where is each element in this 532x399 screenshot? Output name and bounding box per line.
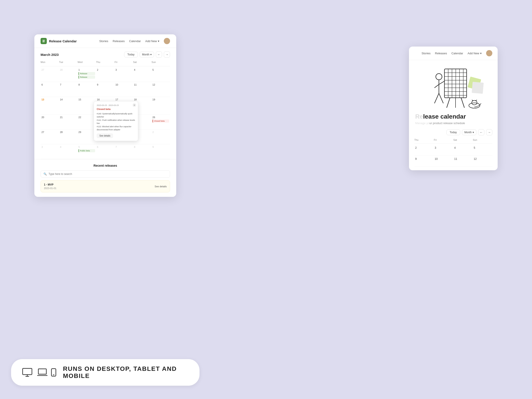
- cal-cell-27[interactable]: 27: [41, 129, 59, 144]
- cal-cell-7-apr[interactable]: 7: [115, 144, 133, 159]
- cal-cell-19[interactable]: 19: [152, 97, 170, 114]
- cal-cell-3[interactable]: 3: [115, 67, 133, 82]
- back-calendar-grid: Thu Fri Sat Sun 2 3 4 5 9 10 11 12: [409, 138, 498, 170]
- popup-date: 2023-03-23 · 2023-03-23: [97, 104, 135, 106]
- day-header-tue: Tue: [59, 60, 77, 64]
- cal-cell-13[interactable]: 13: [41, 97, 59, 114]
- nav-releases[interactable]: Releases: [113, 38, 125, 44]
- tagline-title: Release calendar: [415, 113, 491, 120]
- cal-cell-9[interactable]: 9: [96, 82, 114, 97]
- front-nav: Release Calendar Stories Releases Calend…: [34, 34, 176, 48]
- cal-cell-28-feb[interactable]: 28: [59, 67, 77, 82]
- svg-line-29: [434, 84, 439, 88]
- event-public-beta[interactable]: Public beta: [78, 149, 95, 152]
- see-details-button[interactable]: See details: [97, 133, 113, 138]
- search-box[interactable]: 🔍: [41, 171, 170, 177]
- cal-cell-16[interactable]: 16 ✕ 2023-03-23 · 2023-03-23 Closed beta…: [96, 97, 114, 114]
- cal-cell-6[interactable]: 6: [41, 82, 59, 97]
- cal-cell-26[interactable]: 26 Closed beta: [152, 115, 170, 129]
- event-release-1[interactable]: Release: [78, 72, 95, 75]
- cal-cell-12[interactable]: 12: [152, 82, 170, 97]
- banner-text: RUNS ON DESKTOP, TABLET AND MOBILE: [63, 365, 188, 380]
- back-day-thu: Thu: [414, 138, 434, 142]
- cal-cell-5[interactable]: 5: [152, 67, 170, 82]
- prev-month-button[interactable]: ←: [156, 51, 162, 58]
- event-closed-beta[interactable]: Closed beta: [152, 120, 169, 123]
- back-nav-calendar[interactable]: Calendar: [451, 51, 463, 56]
- laptop-icon: [37, 368, 47, 376]
- release-date: 2023-01-01: [44, 187, 56, 190]
- back-month-selector[interactable]: Month ▾: [462, 129, 476, 135]
- back-cell-10[interactable]: 10: [434, 156, 453, 166]
- cal-cell-22[interactable]: 22: [78, 115, 96, 129]
- calendar-controls: Today Month ▾ ← →: [124, 51, 170, 58]
- back-next-button[interactable]: →: [486, 129, 492, 135]
- release-see-details-link[interactable]: See details: [155, 185, 167, 188]
- back-day-headers: Thu Fri Sat Sun: [414, 138, 492, 144]
- tagline-area: Release calendar Manage your product rel…: [409, 109, 498, 127]
- back-prev-button[interactable]: ←: [478, 129, 484, 135]
- nav-add-new[interactable]: Add New ▾: [145, 39, 159, 43]
- cal-cell-20[interactable]: 20: [41, 115, 59, 129]
- cal-cell-28[interactable]: 28: [59, 129, 77, 144]
- cal-cell-6-apr[interactable]: 6: [96, 144, 114, 159]
- back-nav-avatar[interactable]: [486, 50, 492, 56]
- nav-calendar[interactable]: Calendar: [129, 38, 141, 44]
- cal-cell-4[interactable]: 4: [133, 67, 151, 82]
- popup-close-button[interactable]: ✕: [133, 103, 136, 107]
- svg-line-30: [434, 93, 439, 103]
- cal-cell-8-apr[interactable]: 8: [133, 144, 151, 159]
- nav-stories[interactable]: Stories: [99, 38, 108, 44]
- cal-cell-15[interactable]: 15: [78, 97, 96, 114]
- day-header-sat: Sat: [133, 60, 151, 64]
- back-cell-9[interactable]: 9: [414, 156, 434, 166]
- cal-cell-29[interactable]: 29: [78, 129, 96, 144]
- cal-cell-14[interactable]: 14: [59, 97, 77, 114]
- cal-cell-10[interactable]: 10: [115, 82, 133, 97]
- svg-rect-3: [43, 42, 44, 42]
- cal-cell-3-apr[interactable]: 3: [41, 144, 59, 159]
- back-cell-5[interactable]: 5: [473, 145, 492, 155]
- back-calendar-controls: Today Month ▾ ← →: [409, 127, 498, 138]
- svg-point-26: [436, 74, 442, 80]
- cal-cell-8[interactable]: 8: [78, 82, 96, 97]
- banner-icons: [22, 368, 56, 377]
- back-nav-stories[interactable]: Stories: [422, 51, 431, 56]
- cal-cell-2[interactable]: 2: [96, 67, 114, 82]
- back-cell-3[interactable]: 3: [434, 145, 453, 155]
- svg-point-32: [469, 103, 480, 108]
- day-header-mon: Mon: [41, 60, 59, 64]
- cal-cell-7[interactable]: 7: [59, 82, 77, 97]
- logo-icon: [41, 38, 47, 44]
- calendar-week-2: 6 7 8 9 10 11 12: [41, 82, 170, 97]
- cal-cell-5-apr[interactable]: 5 Public beta: [78, 144, 96, 159]
- back-nav-releases[interactable]: Releases: [435, 51, 447, 56]
- cal-cell-27-feb[interactable]: 27: [41, 67, 59, 82]
- front-window: Release Calendar Stories Releases Calend…: [34, 34, 176, 197]
- cal-cell-2-apr[interactable]: 2: [152, 129, 170, 144]
- svg-rect-36: [23, 368, 32, 375]
- back-today-button[interactable]: Today: [446, 129, 460, 135]
- svg-line-21: [447, 98, 450, 108]
- cal-cell-9-apr[interactable]: 9: [152, 144, 170, 159]
- cal-cell-1[interactable]: 1 Release Release: [78, 67, 96, 82]
- nav-avatar[interactable]: [164, 38, 170, 44]
- back-cell-11[interactable]: 11: [453, 156, 473, 166]
- month-selector[interactable]: Month ▾: [140, 52, 154, 57]
- cal-cell-21[interactable]: 21: [59, 115, 77, 129]
- cal-cell-11[interactable]: 11: [133, 82, 151, 97]
- event-release-2[interactable]: Release: [78, 76, 95, 79]
- back-cell-2[interactable]: 2: [414, 145, 434, 155]
- back-cell-4[interactable]: 4: [453, 145, 473, 155]
- search-input[interactable]: [49, 172, 167, 176]
- next-month-button[interactable]: →: [164, 51, 170, 58]
- front-logo: Release Calendar: [41, 38, 77, 44]
- back-nav-add-new[interactable]: Add New ▾: [468, 52, 482, 55]
- logo-text: Release Calendar: [49, 39, 77, 43]
- cal-cell-4-apr[interactable]: 4: [59, 144, 77, 159]
- today-button[interactable]: Today: [124, 52, 138, 57]
- back-day-fri: Fri: [434, 138, 453, 142]
- release-item: 1 - MVP 2023-01-01 See details: [41, 180, 170, 192]
- calendar-grid: Mon Tue Wed Thu Fri Sat Sun 27 28 1 Rele…: [34, 60, 176, 159]
- back-cell-12[interactable]: 12: [473, 156, 492, 166]
